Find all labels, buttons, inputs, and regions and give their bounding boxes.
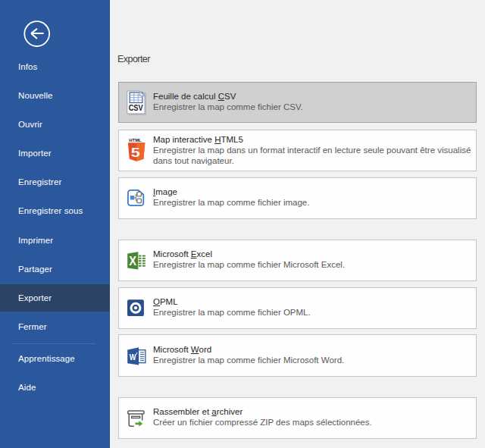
svg-text:W: W: [129, 351, 136, 361]
svg-text:5: 5: [131, 146, 140, 160]
svg-text:CSV: CSV: [129, 103, 143, 111]
svg-text:HTML: HTML: [129, 136, 142, 142]
svg-text:X: X: [129, 254, 136, 267]
